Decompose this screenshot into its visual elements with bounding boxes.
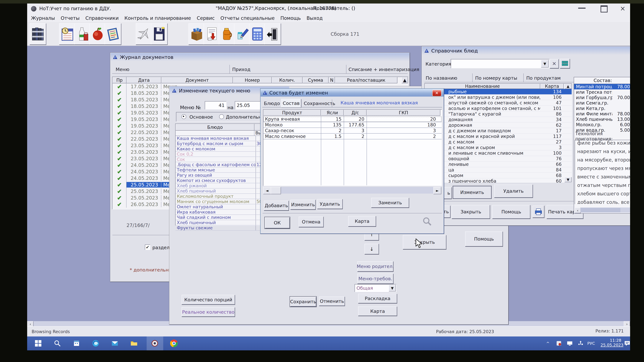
- airplane-icon[interactable]: [136, 23, 152, 45]
- menu-item[interactable]: Помощь: [280, 15, 301, 21]
- dialog-hscrollbar[interactable]: ◄ ►: [263, 187, 441, 194]
- tab-prihod[interactable]: Приход: [232, 67, 250, 72]
- dish-row[interactable]: Тефтели мясные: [176, 167, 262, 173]
- close-menu-button[interactable]: Закрыть: [403, 235, 446, 249]
- tray-display-icon[interactable]: [565, 339, 574, 348]
- menu-item[interactable]: Отчеты: [61, 15, 80, 21]
- scroll-up-icon[interactable]: ▲: [402, 77, 408, 83]
- dish-row[interactable]: Кисломолочный продукт: [176, 194, 262, 199]
- dish-ref-row[interactable]: ленивые 66: [425, 162, 572, 167]
- column-header[interactable]: N: [328, 77, 335, 83]
- help-ref-button[interactable]: Помощь: [492, 205, 530, 219]
- close-button[interactable]: ×: [620, 5, 626, 12]
- recipe-book-icon[interactable]: [104, 23, 121, 45]
- move-down-icon[interactable]: ↓: [364, 244, 379, 254]
- dish-ref-row[interactable]: домашняя 34: [425, 117, 572, 122]
- dish-ref-row[interactable]: "Татарочка" с курагой 86: [425, 111, 572, 117]
- menu-no-field[interactable]: 41: [205, 101, 226, 109]
- cancel-button[interactable]: Отменить: [319, 297, 345, 306]
- composition-row[interactable]: Молоко,гр. 6.00: [574, 122, 630, 127]
- journals-books-icon[interactable]: [30, 23, 46, 45]
- menu-item[interactable]: Отчеты специальные: [220, 15, 274, 21]
- dialog-card-button[interactable]: Карта: [348, 216, 376, 227]
- dialog-titlebar[interactable]: Состав будет изменен: [261, 89, 444, 97]
- dish-row[interactable]: .Борщ с фасолью и картофелем со 12: [176, 162, 262, 167]
- dish-row[interactable]: Омлет натуральный: [176, 204, 262, 210]
- products-crate-icon[interactable]: [188, 23, 205, 45]
- column-header[interactable]: Колич.: [272, 77, 302, 83]
- dish-ref-row[interactable]: д с джемом или повидлом 17: [425, 128, 572, 134]
- dish-row[interactable]: Сок 0,2: [176, 152, 262, 157]
- composition-row[interactable]: или Филе минтая,гр. 78.00: [574, 111, 630, 116]
- calculator-icon[interactable]: [249, 23, 266, 45]
- jug-icon[interactable]: [219, 23, 236, 45]
- menu-kind-combobox[interactable]: Общая ▼: [354, 284, 396, 292]
- report-export-icon[interactable]: [204, 23, 220, 45]
- dish-ref-row[interactable]: д с маслом и сыром 3: [425, 145, 572, 150]
- real-quantity-button[interactable]: Реальное количество: [182, 307, 235, 317]
- dish-row[interactable]: Какао с молоком: [176, 146, 262, 152]
- help-button[interactable]: Помощь: [465, 231, 503, 246]
- dish-row[interactable]: Хлеб пшеничный: [176, 220, 262, 225]
- tray-app-icon[interactable]: [554, 339, 564, 348]
- portions-button[interactable]: Количество порций: [182, 295, 235, 305]
- scroll-left-icon[interactable]: ◄: [263, 187, 271, 194]
- radio-main[interactable]: [182, 114, 186, 119]
- dish-ref-row[interactable]: и ленивые с маслом сливочным 100: [425, 150, 572, 156]
- edit-ingredient-button[interactable]: Изменить: [290, 200, 316, 210]
- column-header[interactable]: Карта: [540, 84, 564, 89]
- taskbar-nutrition-app-icon[interactable]: [150, 339, 160, 348]
- edit-tools-icon[interactable]: [234, 23, 250, 45]
- notification-center-icon[interactable]: [622, 339, 630, 348]
- dish-row[interactable]: Бутерброд с маслом и сыром 30,: [176, 141, 262, 146]
- menu-parent-button[interactable]: Меню родител.: [357, 261, 394, 272]
- dish-column-header[interactable]: Блюдо: [176, 124, 254, 131]
- dish-ref-row[interactable]: овощной 76: [425, 156, 572, 162]
- taskbar-edge-icon[interactable]: [91, 339, 100, 348]
- scroll-up-icon[interactable]: ▲: [564, 84, 572, 89]
- dish-ref-row[interactable]: асолью и картофелем со сметаной, с мяс 1…: [425, 106, 572, 111]
- dish-ref-row[interactable]: ца 84: [425, 167, 572, 173]
- tech-textbox[interactable]: филе рыбы без кожи и костнарезают на кус…: [575, 140, 630, 204]
- dialog-close-icon[interactable]: ✕: [432, 90, 442, 96]
- save-button[interactable]: Сохранить: [290, 297, 316, 307]
- tab-composition-active[interactable]: Состав: [281, 99, 301, 108]
- tray-usb-icon[interactable]: [576, 339, 585, 348]
- tab-by-card[interactable]: По номеру карты: [475, 75, 517, 81]
- column-header[interactable]: Номер: [233, 77, 272, 83]
- taskbar-store-icon[interactable]: [72, 339, 81, 348]
- menu-item[interactable]: Сервис: [197, 15, 215, 21]
- printer-icon[interactable]: [532, 206, 544, 218]
- save-floppy-icon[interactable]: [151, 23, 168, 45]
- column-header[interactable]: Документ: [161, 77, 233, 83]
- dish-ref-row[interactable]: д с маслом и красной икрой 117: [425, 134, 572, 139]
- menu-request-button[interactable]: Меню-требов.: [357, 274, 394, 284]
- product-row[interactable]: Сахар-песок 2 3 3: [264, 128, 442, 134]
- dish-ref-row[interactable]: апустой свежей со сметаной, с мясом 47: [425, 100, 572, 106]
- column-header[interactable]: Д/с: [344, 110, 366, 116]
- start-button[interactable]: [34, 339, 43, 348]
- restore-button[interactable]: [600, 5, 608, 12]
- category-grid-icon[interactable]: [560, 59, 570, 68]
- dish-row[interactable]: Хлеб ржаной: [176, 183, 262, 189]
- close-ref-button[interactable]: Закрыть: [452, 205, 490, 219]
- column-header[interactable]: Продукт: [264, 110, 321, 116]
- tray-expand-icon[interactable]: ^: [545, 339, 551, 348]
- layout-button[interactable]: Раскладка: [358, 294, 397, 303]
- delete-button[interactable]: Удалить: [494, 185, 533, 198]
- scroll-right-icon[interactable]: ►: [433, 187, 441, 194]
- taskbar-explorer-icon[interactable]: [130, 339, 139, 348]
- language-indicator[interactable]: РУС: [586, 339, 597, 348]
- dish-ref-row[interactable]: д с маслом 27: [425, 139, 572, 145]
- scroll-left-icon[interactable]: ‹: [575, 208, 581, 213]
- column-header[interactable]: Наименование: [425, 84, 540, 89]
- composition-row[interactable]: Минтай потрош, обезгавл, 78.00: [574, 84, 630, 89]
- add-ingredient-button[interactable]: Добавить: [264, 201, 289, 211]
- dish-ref-row[interactable]: рыбные 134: [425, 89, 572, 94]
- composition-row[interactable]: Хлеб пшеничный,гр. 13.00: [574, 116, 630, 122]
- split-by-type-checkbox[interactable]: ✔: [145, 245, 150, 250]
- menu-item[interactable]: Журналы: [31, 15, 55, 21]
- product-row[interactable]: Крупа ячневая 15 20 20: [264, 116, 442, 122]
- product-row[interactable]: Масло сливочное 1.5 2 2: [264, 134, 442, 139]
- dishes-ref-titlebar[interactable]: Справочник блюд: [422, 47, 630, 55]
